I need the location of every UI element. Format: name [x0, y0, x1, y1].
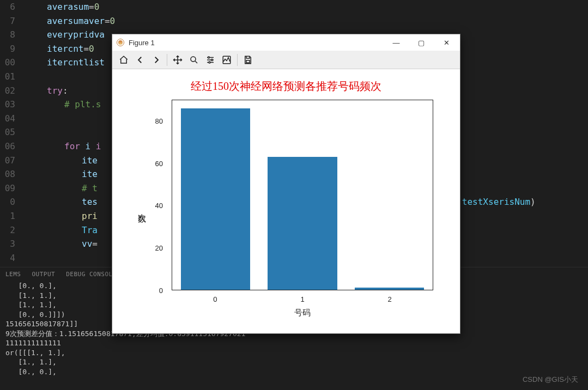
svg-point-0 [191, 57, 196, 62]
svg-point-3 [209, 62, 210, 63]
bar [181, 108, 250, 290]
y-tick-label: 60 [155, 159, 163, 167]
chart-canvas: 经过150次神经网络预测各推荐号码频次 次数 020406080 号码 012 [112, 69, 460, 333]
svg-rect-5 [246, 60, 250, 63]
panel-tab-debug-console[interactable]: DEBUG CONSOLE [66, 271, 117, 278]
x-axis-label: 号码 [294, 308, 311, 318]
window-titlebar[interactable]: Figure 1 — ▢ ✕ [112, 34, 460, 51]
chart: 次数 020406080 号码 012 [134, 97, 439, 320]
x-tick-label: 1 [300, 295, 304, 303]
plot-area [172, 100, 433, 290]
panel-tab-problems[interactable]: LEMS [5, 271, 21, 278]
chart-title: 经过150次神经网络预测各推荐号码频次 [116, 75, 457, 97]
watermark: CSDN @GIS小天 [523, 375, 578, 385]
panel-tab-output[interactable]: OUTPUT [32, 271, 56, 278]
forward-icon[interactable] [148, 52, 165, 68]
line-number-gutter: 67890001020304050607080901234 [0, 0, 21, 267]
svg-point-2 [211, 59, 213, 60]
bar [268, 157, 337, 290]
matplotlib-toolbar [112, 51, 460, 69]
code-line: averasum=0 [21, 0, 588, 14]
y-tick-label: 20 [155, 244, 163, 252]
bar [355, 288, 424, 290]
zoom-icon[interactable] [186, 52, 202, 68]
svg-point-1 [208, 57, 210, 58]
back-icon[interactable] [132, 52, 148, 68]
x-tick-label: 2 [387, 295, 391, 303]
y-tick-label: 0 [159, 287, 163, 295]
window-title: Figure 1 [129, 39, 155, 47]
subplots-icon[interactable] [219, 52, 235, 68]
home-icon[interactable] [116, 52, 132, 68]
x-axis: 号码 012 [172, 293, 433, 320]
maximize-button[interactable]: ▢ [409, 34, 434, 51]
pan-icon[interactable] [169, 52, 186, 68]
minimize-button[interactable]: — [384, 34, 409, 51]
close-button[interactable]: ✕ [434, 34, 459, 51]
x-tick-label: 0 [213, 295, 217, 303]
y-tick-label: 80 [155, 117, 163, 125]
save-icon[interactable] [240, 52, 256, 68]
y-axis: 020406080 [134, 100, 166, 290]
y-tick-label: 40 [155, 202, 163, 210]
code-line: aversumaver=0 [21, 14, 588, 28]
matplotlib-icon [117, 39, 124, 46]
figure-window: Figure 1 — ▢ ✕ 经过150次神经网络预测各推荐号码频次 次数 02… [112, 34, 460, 334]
configure-icon[interactable] [202, 52, 219, 68]
